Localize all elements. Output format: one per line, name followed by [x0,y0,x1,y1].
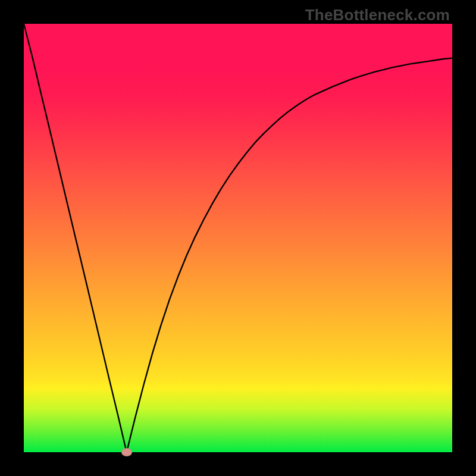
curve-layer [24,24,452,452]
plot-area [24,24,452,452]
minimum-marker [121,448,132,456]
bottleneck-curve [24,24,452,452]
watermark: TheBottleneck.com [305,6,450,24]
